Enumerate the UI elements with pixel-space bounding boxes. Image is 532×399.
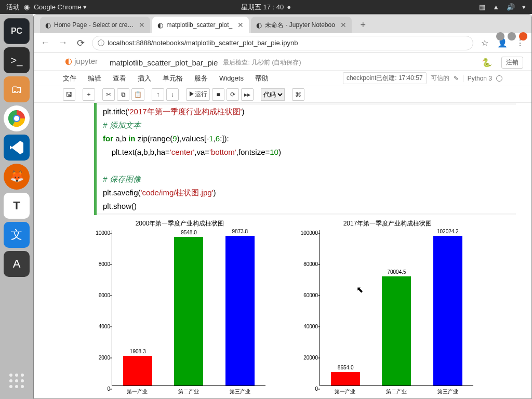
- tab-label: 未命名 - Jupyter Noteboo: [265, 21, 335, 30]
- y-tick-label: 6000: [89, 292, 110, 298]
- y-tick-label: 10000: [89, 230, 110, 236]
- minimize-button[interactable]: [496, 32, 504, 41]
- menu-help[interactable]: 帮助: [255, 74, 269, 83]
- active-app-label[interactable]: Google Chrome ▾: [34, 3, 87, 11]
- dock-files[interactable]: 🗂: [4, 76, 30, 102]
- site-info-icon[interactable]: ⓘ: [98, 38, 104, 48]
- bar: 9548.0: [174, 237, 203, 385]
- grid-icon[interactable]: ▦: [479, 3, 485, 11]
- move-down-button[interactable]: ↓: [166, 88, 179, 101]
- dock-firefox[interactable]: 🦊: [4, 164, 30, 190]
- tab-close-icon[interactable]: ✕: [237, 21, 244, 29]
- menu-view[interactable]: 查看: [113, 74, 126, 83]
- jupyter-logo-text: jupyter: [74, 57, 98, 65]
- last-checkpoint-label: 最后检查: 几秒前 (自动保存): [223, 58, 301, 67]
- reload-button[interactable]: ⟳: [74, 37, 87, 49]
- restart-button[interactable]: ⟳: [227, 88, 239, 101]
- paste-button[interactable]: 📋: [131, 88, 144, 101]
- dock-terminal[interactable]: >_: [4, 47, 30, 73]
- cut-button[interactable]: ✂: [102, 88, 115, 101]
- menu-file[interactable]: 文件: [63, 74, 76, 83]
- bar: 102024.2: [433, 236, 462, 385]
- tab-close-icon[interactable]: ✕: [340, 21, 347, 29]
- insert-cell-button[interactable]: +: [83, 88, 95, 101]
- tab-close-icon[interactable]: ✕: [139, 21, 145, 29]
- maximize-button[interactable]: [508, 32, 516, 41]
- fastforward-button[interactable]: ▸▸: [241, 88, 254, 101]
- jupyter-toolbar: 🖫 + ✂ ⧉ 📋 ↑ ↓ ▶运行 ■ ⟳ ▸▸ 代码 ⌘: [34, 86, 531, 103]
- forward-button[interactable]: →: [57, 37, 69, 48]
- stop-button[interactable]: ■: [212, 88, 224, 101]
- bar: 9873.8: [225, 236, 255, 385]
- edit-icon[interactable]: ✎: [454, 75, 459, 82]
- chart-title: 2000年第一季度产业构成柱状图: [89, 219, 271, 228]
- kernel-name[interactable]: Python 3: [463, 75, 492, 82]
- jupyter-logo[interactable]: ◐jupyter: [65, 56, 98, 66]
- browser-tab[interactable]: ◐ Home Page - Select or cre… ✕: [40, 17, 150, 33]
- code-line: [97, 159, 516, 172]
- network-icon[interactable]: ▲: [493, 3, 499, 11]
- dock-text-editor[interactable]: T: [4, 193, 30, 219]
- browser-tab[interactable]: ◐ 未命名 - Jupyter Noteboo ✕: [251, 17, 352, 33]
- cell-output: 2000年第一季度产业构成柱状图 02000400060008000100001…: [63, 215, 516, 395]
- move-up-button[interactable]: ↑: [152, 88, 164, 101]
- dock-dictionary[interactable]: 文: [4, 222, 30, 248]
- save-button[interactable]: 🖫: [63, 88, 75, 101]
- menu-cell[interactable]: 单元格: [163, 74, 183, 83]
- menu-widgets[interactable]: Widgets: [219, 74, 244, 82]
- notebook-area: plt.title('2017年第一季度行业构成柱状图') # 添加文本 for…: [34, 103, 531, 398]
- dock-show-apps[interactable]: [4, 368, 30, 394]
- x-tick-label: 第一产业: [335, 388, 355, 395]
- jupyter-header: ◐jupyter matplotlib_scatter_plot_bar_pie…: [34, 53, 531, 71]
- menu-edit[interactable]: 编辑: [88, 74, 101, 83]
- bar-plot: 02000400060008000100001908.39548.09873.8: [112, 230, 265, 386]
- code-line: for a,b in zip(range(9),values[-1,6:]):: [97, 132, 516, 145]
- menu-kernel[interactable]: 服务: [194, 74, 208, 83]
- logout-button[interactable]: 注销: [501, 57, 523, 69]
- bar-value-label: 8654.0: [338, 365, 354, 370]
- copy-button[interactable]: ⧉: [117, 88, 129, 101]
- dock-updater[interactable]: A: [4, 251, 30, 277]
- clock-label[interactable]: 星期五 17 : 40: [241, 3, 284, 12]
- system-topbar: 活动 ◉ Google Chrome ▾ 星期五 17 : 40 ● ▦ ▲ 🔊…: [0, 0, 532, 14]
- command-palette-button[interactable]: ⌘: [292, 88, 304, 101]
- menu-insert[interactable]: 插入: [138, 74, 151, 83]
- dock-chrome[interactable]: [4, 105, 30, 131]
- chart-right: 2017年第一季度产业构成柱状图 02000040000600008000010…: [297, 219, 478, 395]
- run-button[interactable]: ▶运行: [186, 88, 210, 101]
- url-input[interactable]: ⓘ localhost:8888/notebooks/matplotlib_sc…: [92, 36, 473, 50]
- chart-title: 2017年第一季度产业构成柱状图: [297, 219, 478, 228]
- new-tab-button[interactable]: +: [356, 18, 370, 32]
- trusted-label[interactable]: 可信的: [431, 74, 449, 83]
- notification-dot-icon: ●: [287, 3, 291, 11]
- dock-pycharm[interactable]: PC: [4, 18, 30, 44]
- y-tick-label: 8000: [89, 261, 110, 267]
- bar: 1908.3: [123, 356, 152, 385]
- url-text: localhost:8888/notebooks/matplotlib_scat…: [108, 39, 298, 47]
- bar: 8654.0: [331, 372, 360, 385]
- code-line: plt.savefig('code/img/柱状图.jpg'): [97, 186, 516, 200]
- code-cell[interactable]: plt.title('2017年第一季度行业构成柱状图') # 添加文本 for…: [94, 103, 516, 215]
- y-tick-label: 4000: [89, 324, 110, 329]
- volume-icon[interactable]: 🔊: [507, 3, 515, 11]
- close-button[interactable]: [519, 32, 527, 41]
- jupyter-menu: 文件 编辑 查看 插入 单元格 服务 Widgets 帮助 checkpoint…: [34, 71, 531, 86]
- back-button[interactable]: ←: [39, 37, 51, 48]
- y-tick-label: 100000: [297, 230, 318, 236]
- x-axis-labels: 第一产业第二产业第三产业: [320, 388, 473, 395]
- celltype-select[interactable]: 代码: [261, 88, 285, 101]
- activities-label[interactable]: 活动: [6, 3, 20, 12]
- dock-vscode[interactable]: [4, 135, 30, 161]
- code-line: plt.show(): [97, 200, 516, 213]
- bookmark-icon[interactable]: ☆: [478, 38, 491, 48]
- code-line: # 保存图像: [97, 172, 516, 186]
- chart-left: 2000年第一季度产业构成柱状图 02000400060008000100001…: [89, 219, 271, 395]
- bar: 70004.5: [382, 276, 411, 385]
- y-tick-label: 80000: [297, 261, 318, 267]
- power-icon[interactable]: ▾: [522, 3, 526, 11]
- browser-tab-active[interactable]: ◐ matplotlib_scatter_plot_ ✕: [152, 17, 249, 33]
- browser-tabs: ◐ Home Page - Select or cre… ✕ ◐ matplot…: [34, 15, 531, 33]
- notebook-title[interactable]: matplotlib_scatter_plot_bar_pie: [110, 58, 218, 67]
- y-tick-label: 0: [297, 386, 318, 392]
- bar-value-label: 1908.3: [130, 349, 146, 354]
